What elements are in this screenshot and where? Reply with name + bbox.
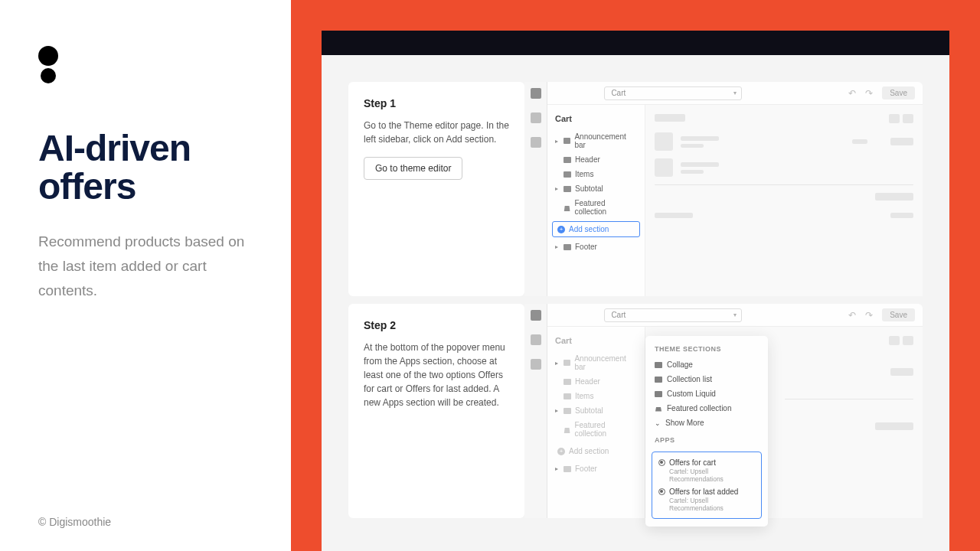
app-embeds-icon[interactable]	[531, 359, 541, 370]
save-button[interactable]: Save	[882, 308, 915, 321]
copyright: © Digismoothie	[38, 516, 111, 528]
item-label: Collection list	[667, 375, 712, 383]
step-2-title: Step 2	[364, 319, 509, 331]
section-header[interactable]: Header	[547, 374, 645, 389]
step-1-desc: Go to the Theme editor page. In the left…	[364, 119, 509, 146]
add-section-button[interactable]: +Add section	[552, 221, 640, 237]
section-label: Subtotal	[575, 406, 603, 415]
sidebar-heading: Cart	[547, 333, 645, 351]
window-titlebar	[322, 31, 949, 55]
editor-body: Cart ▸Announcement bar Header Items ▸Sub…	[547, 105, 923, 296]
placeholder-img	[655, 158, 673, 177]
section-announcement-bar[interactable]: ▸Announcement bar	[547, 129, 645, 152]
theme-settings-icon[interactable]	[531, 112, 541, 123]
popover-item-collage[interactable]: Collage	[645, 357, 768, 372]
preview-row	[655, 158, 913, 177]
redo-icon[interactable]: ↷	[865, 310, 876, 321]
editor-mock-1: Cart ↶ ↷ Save Cart ▸Announcement bar Hea…	[524, 82, 923, 296]
popover-item-featured-collection[interactable]: Featured collection	[645, 401, 768, 416]
placeholder-bar	[655, 114, 685, 122]
add-section-button[interactable]: +Add section	[552, 443, 640, 459]
undo-icon[interactable]: ↶	[848, 88, 859, 99]
add-section-label: Add section	[569, 447, 609, 455]
right-panel: Step 1 Go to the Theme editor page. In t…	[291, 0, 980, 551]
section-announcement-bar[interactable]: ▸Announcement bar	[547, 351, 645, 374]
editor-header: Cart ↶ ↷ Save	[547, 304, 923, 327]
section-label: Announcement bar	[574, 132, 637, 149]
editor-body: Cart ▸Announcement bar Header Items ▸Sub…	[547, 327, 923, 518]
undo-icon[interactable]: ↶	[848, 310, 859, 321]
step-row-2: Step 2 At the bottom of the popover menu…	[348, 304, 923, 518]
placeholder-bar	[655, 213, 693, 218]
popover-item-custom-liquid[interactable]: Custom Liquid	[645, 386, 768, 401]
theme-sections-heading: THEME SECTIONS	[645, 344, 768, 357]
page-selector[interactable]: Cart	[604, 308, 742, 322]
step-2-card: Step 2 At the bottom of the popover menu…	[348, 304, 524, 518]
app-embeds-icon[interactable]	[531, 137, 541, 148]
logo-dot-bottom	[41, 68, 56, 83]
page-title: AI-driven offers	[38, 129, 253, 207]
section-label: Header	[575, 155, 600, 164]
section-header[interactable]: Header	[547, 152, 645, 167]
go-to-theme-editor-button[interactable]: Go to theme editor	[364, 157, 462, 180]
header-actions: ↶ ↷ Save	[848, 308, 915, 321]
add-section-popover: THEME SECTIONS Collage Collection list C…	[645, 336, 768, 527]
section-label: Featured collection	[574, 199, 637, 216]
save-button[interactable]: Save	[882, 86, 915, 99]
logo	[38, 46, 253, 83]
plus-icon: +	[557, 226, 565, 233]
show-more-button[interactable]: ⌄Show More	[645, 416, 768, 430]
sections-icon[interactable]	[531, 88, 541, 99]
section-label: Footer	[575, 465, 597, 473]
add-section-label: Add section	[569, 225, 609, 233]
plus-icon: +	[557, 448, 565, 455]
editor-mock-2: Cart ↶ ↷ Save Cart ▸Announcement bar Hea…	[524, 304, 923, 518]
editor-main: Cart ↶ ↷ Save Cart ▸Announcement bar Hea…	[547, 82, 923, 296]
step-1-title: Step 1	[364, 97, 509, 109]
show-more-label: Show More	[665, 419, 704, 427]
content-area: Step 1 Go to the Theme editor page. In t…	[322, 55, 949, 551]
section-featured-collection[interactable]: Featured collection	[547, 418, 645, 441]
app-icon	[658, 488, 665, 495]
editor-preview	[645, 105, 923, 296]
sections-icon[interactable]	[531, 310, 541, 321]
page-selector[interactable]: Cart	[604, 86, 742, 100]
section-label: Announcement bar	[574, 354, 637, 371]
left-panel: AI-driven offers Recommend products base…	[0, 0, 291, 551]
placeholder-bar	[890, 213, 913, 218]
preview-header	[655, 114, 913, 123]
step-row-1: Step 1 Go to the Theme editor page. In t…	[348, 82, 923, 296]
editor-preview: THEME SECTIONS Collage Collection list C…	[645, 327, 923, 518]
redo-icon[interactable]: ↷	[865, 88, 876, 99]
section-featured-collection[interactable]: Featured collection	[547, 196, 645, 219]
section-items[interactable]: Items	[547, 389, 645, 403]
item-label: Collage	[667, 360, 693, 369]
section-subtotal[interactable]: ▸Subtotal	[547, 181, 645, 196]
apps-heading: APPS	[645, 435, 768, 448]
header-actions: ↶ ↷ Save	[848, 86, 915, 99]
app-subtitle: Cartel: Upsell Recommendations	[669, 497, 755, 512]
section-footer[interactable]: ▸Footer	[547, 240, 645, 254]
divider	[785, 399, 913, 399]
section-label: Items	[575, 392, 593, 400]
preview-row	[655, 132, 913, 151]
app-offers-for-last-added[interactable]: Offers for last added Cartel: Upsell Rec…	[652, 485, 761, 514]
item-label: Featured collection	[667, 404, 732, 412]
page-subtitle: Recommend products based on the last ite…	[38, 230, 253, 304]
section-label: Subtotal	[575, 184, 603, 193]
section-label: Items	[575, 170, 593, 178]
preview-icons	[889, 114, 913, 123]
step-1-card: Step 1 Go to the Theme editor page. In t…	[348, 82, 524, 296]
chevron-down-icon: ⌄	[655, 419, 661, 427]
app-offers-for-cart[interactable]: Offers for cart Cartel: Upsell Recommend…	[652, 456, 761, 485]
apps-highlighted-box: Offers for cart Cartel: Upsell Recommend…	[652, 452, 762, 519]
divider	[655, 184, 913, 185]
step-2-desc: At the bottom of the popover menu from t…	[364, 341, 509, 409]
section-items[interactable]: Items	[547, 167, 645, 181]
placeholder-bar	[875, 422, 913, 430]
section-footer[interactable]: ▸Footer	[547, 461, 645, 476]
editor-sidebar: Cart ▸Announcement bar Header Items ▸Sub…	[547, 105, 645, 296]
theme-settings-icon[interactable]	[531, 334, 541, 345]
section-subtotal[interactable]: ▸Subtotal	[547, 403, 645, 418]
popover-item-collection-list[interactable]: Collection list	[645, 372, 768, 386]
